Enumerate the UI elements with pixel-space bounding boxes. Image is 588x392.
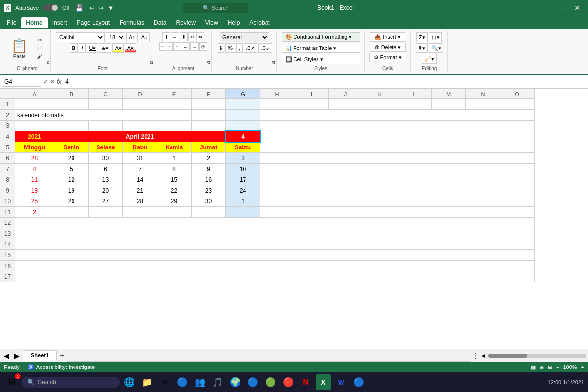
menu-file[interactable]: File [2, 17, 21, 28]
cell-b8[interactable]: 12 [54, 174, 89, 185]
cell-rest-5[interactable] [294, 142, 535, 153]
increase-decimal-button[interactable]: .0↗ [244, 43, 257, 53]
taskbar-icon-chrome[interactable]: 🔵 [351, 374, 367, 390]
tab-prev-button[interactable]: ◀ [2, 352, 11, 360]
cell-n1[interactable] [466, 99, 500, 110]
taskbar-icon-circle-blue[interactable]: 🔵 [174, 374, 190, 390]
cell-g3[interactable] [226, 121, 260, 131]
cell-f5-fri[interactable]: Jumat [192, 142, 226, 153]
align-middle-button[interactable]: ↔ [171, 32, 179, 41]
redo-button[interactable]: ↪ [98, 4, 104, 12]
cell-a3[interactable] [15, 121, 54, 131]
cell-d5-wed[interactable]: Rabu [123, 142, 157, 153]
autosave-toggle[interactable] [43, 4, 58, 11]
align-top-button[interactable]: ⬆ [162, 32, 170, 41]
cell-d9[interactable]: 21 [123, 185, 157, 196]
fill-button[interactable]: ⬇▾ [416, 43, 428, 53]
col-header-d[interactable]: D [123, 89, 157, 99]
col-header-e[interactable]: E [157, 89, 192, 99]
indent-decrease-button[interactable]: ← [181, 42, 190, 51]
cell-a6[interactable]: 28 [15, 153, 54, 164]
cell-a4-year[interactable]: 2021 [15, 131, 54, 142]
cell-b11[interactable] [54, 207, 89, 218]
indent-increase-button[interactable]: → [190, 42, 199, 51]
cell-f6[interactable]: 2 [192, 153, 226, 164]
cell-g7[interactable]: 10 [226, 164, 260, 174]
cell-d7[interactable]: 7 [123, 164, 157, 174]
cell-c6[interactable]: 30 [89, 153, 123, 164]
cell-f10[interactable]: 30 [192, 196, 226, 207]
cell-c11[interactable] [89, 207, 123, 218]
menu-help[interactable]: Help [223, 17, 245, 28]
orientation-button[interactable]: ⟳ [199, 42, 207, 51]
cell-m1[interactable] [432, 99, 466, 110]
taskbar-icon-music[interactable]: 🎵 [210, 374, 225, 390]
format-painter-button[interactable]: 🖌 [33, 53, 47, 60]
tab-next-button[interactable]: ▶ [12, 352, 22, 360]
cell-h2[interactable] [260, 110, 294, 121]
cell-rest-2[interactable] [294, 110, 535, 121]
taskbar-icon-green[interactable]: 🟢 [263, 374, 278, 390]
cell-a9[interactable]: 18 [15, 185, 54, 196]
menu-home[interactable]: Home [21, 17, 47, 28]
cell-rest-11[interactable] [294, 207, 535, 218]
menu-data[interactable]: Data [149, 17, 171, 28]
col-header-h[interactable]: H [260, 89, 294, 99]
menu-page-layout[interactable]: Page Layout [72, 17, 115, 28]
save-icon[interactable]: 💾 [75, 4, 83, 12]
cell-g11[interactable] [226, 207, 260, 218]
menu-acrobat[interactable]: Acrobat [245, 17, 274, 28]
bold-button[interactable]: B [70, 43, 78, 53]
view-break-icon[interactable]: ⊟ [548, 364, 552, 370]
col-header-k[interactable]: K [363, 89, 397, 99]
font-color-button[interactable]: A▾ [125, 43, 136, 53]
cell-b10[interactable]: 26 [54, 196, 89, 207]
scrollbar-dots[interactable]: ⋮ [472, 352, 478, 359]
undo-button[interactable]: ↩ [89, 4, 95, 12]
currency-button[interactable]: $ [217, 43, 224, 53]
number-expand[interactable]: ⧉ [272, 60, 275, 65]
sum-button[interactable]: Σ▾ [416, 32, 428, 42]
cell-j1[interactable] [329, 99, 363, 110]
cell-a10[interactable]: 25 [15, 196, 54, 207]
cell-c3[interactable] [89, 121, 123, 131]
cell-e10[interactable]: 29 [157, 196, 192, 207]
cell-a2[interactable]: kalender otomatis [15, 110, 192, 121]
cell-e7[interactable]: 8 [157, 164, 192, 174]
cell-rest-6[interactable] [294, 153, 535, 164]
menu-formulas[interactable]: Formulas [115, 17, 149, 28]
col-header-c[interactable]: C [89, 89, 123, 99]
view-layout-icon[interactable]: ⊞ [539, 364, 544, 370]
cell-b4-month[interactable]: April 2021 [54, 131, 226, 142]
cell-rest-4[interactable] [294, 131, 535, 142]
formula-cross-icon[interactable]: ✕ [50, 78, 55, 85]
taskbar-icon-mail[interactable]: ✉ [157, 374, 172, 390]
cell-c1[interactable] [89, 99, 123, 110]
formula-input[interactable]: 4 [63, 77, 586, 86]
align-center-button[interactable]: ≡ [167, 42, 173, 51]
col-header-b[interactable]: B [54, 89, 89, 99]
format-as-table-button[interactable]: 📊 Format as Table ▾ [282, 44, 360, 53]
cell-b3[interactable] [54, 121, 89, 131]
taskbar-icon-red[interactable]: 🔴 [280, 374, 296, 390]
cell-e1[interactable] [157, 99, 192, 110]
cell-c9[interactable]: 20 [89, 185, 123, 196]
cell-rest-3[interactable] [294, 121, 535, 131]
cell-b1[interactable] [54, 99, 89, 110]
cell-d1[interactable] [123, 99, 157, 110]
cell-rest-8[interactable] [294, 174, 535, 185]
align-right-button[interactable]: ≡ [173, 42, 180, 51]
format-cells-button[interactable]: ⚙ Format ▾ [369, 53, 406, 62]
cell-d6[interactable]: 31 [123, 153, 157, 164]
border-button[interactable]: ⊞▾ [99, 43, 111, 53]
align-left-button[interactable]: ≡ [159, 42, 166, 51]
cell-styles-button[interactable]: 🔲 Cell Styles ▾ [282, 55, 360, 64]
cell-h7[interactable] [260, 164, 294, 174]
cell-b6[interactable]: 29 [54, 153, 89, 164]
taskbar-icon-blue2[interactable]: 🔵 [245, 374, 261, 390]
cell-g8[interactable]: 17 [226, 174, 260, 185]
cell-g6[interactable]: 3 [226, 153, 260, 164]
merge-center-button[interactable]: ⇔ [196, 32, 204, 41]
cell-a8[interactable]: 11 [15, 174, 54, 185]
cell-e11[interactable] [157, 207, 192, 218]
